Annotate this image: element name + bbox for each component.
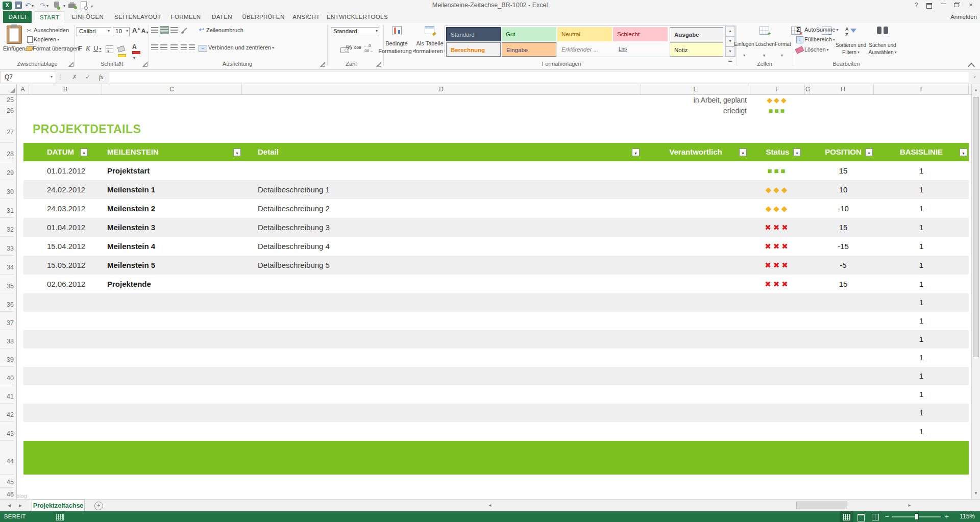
zoom-slider-thumb[interactable] xyxy=(915,513,919,520)
view-page-layout-icon[interactable] xyxy=(854,511,868,522)
cell-datum[interactable]: 24.03.2012 xyxy=(47,199,85,218)
cell-meilenstein[interactable]: Meilenstein 3 xyxy=(107,218,155,237)
redo-icon[interactable]: ↷ xyxy=(40,2,48,10)
timeline-green-band[interactable] xyxy=(23,441,969,475)
legend-label-geplant[interactable]: in Arbeit, geplant xyxy=(641,95,747,105)
row-header[interactable]: 38 xyxy=(0,330,14,349)
style-notiz[interactable]: Notiz xyxy=(670,42,723,57)
filter-button-verantwortlich[interactable] xyxy=(739,148,747,156)
style-berechnung[interactable]: Berechnung xyxy=(446,42,501,57)
filter-button-datum[interactable] xyxy=(80,148,88,156)
zoom-level[interactable]: 115% xyxy=(960,511,975,522)
bold-button[interactable]: F xyxy=(78,44,82,52)
row-header[interactable]: 28 xyxy=(0,143,14,161)
conditional-formatting-button-line2[interactable]: Formatierung xyxy=(376,48,417,54)
row-header[interactable]: 45 xyxy=(0,475,14,488)
increase-decimal-icon[interactable]: ←,0 xyxy=(363,43,371,48)
col-header-a[interactable]: A xyxy=(17,84,29,94)
number-dialog-launcher[interactable] xyxy=(376,62,381,67)
style-standard[interactable]: Standard xyxy=(446,27,501,41)
tab-start[interactable]: START xyxy=(35,11,64,23)
format-cells-button[interactable]: Format xyxy=(775,41,791,47)
header-datum[interactable]: DATUM xyxy=(47,143,74,161)
scroll-down-icon[interactable]: ▼ xyxy=(972,489,980,498)
sheet-tab-projektzeitachse[interactable]: Projektzeitachse xyxy=(32,500,85,511)
horizontal-scrollbar[interactable]: ◄ ► xyxy=(486,501,914,510)
header-verantwortlich[interactable]: Verantwortlich xyxy=(641,143,750,161)
font-dialog-launcher[interactable] xyxy=(142,62,148,67)
tab-formeln[interactable]: FORMELN xyxy=(167,11,204,23)
clipboard-dialog-launcher[interactable] xyxy=(68,62,74,67)
cell-basislinie[interactable]: 1 xyxy=(874,275,969,293)
cell-basislinie[interactable]: 1 xyxy=(874,330,969,349)
cancel-icon[interactable]: ✗ xyxy=(68,71,81,83)
filter-button-meilenstein[interactable] xyxy=(233,148,241,156)
filter-button-status[interactable] xyxy=(793,148,801,156)
macro-record-icon[interactable] xyxy=(56,514,64,520)
copy-button[interactable]: Kopieren xyxy=(34,36,59,42)
namebox-splitter[interactable]: ⋮ xyxy=(57,71,63,83)
legend-icons-geplant[interactable]: ◆◆◆ xyxy=(752,95,803,105)
percent-style-button[interactable]: % xyxy=(346,43,352,51)
row-header[interactable]: 44 xyxy=(0,441,14,475)
style-schlecht[interactable]: Schlecht xyxy=(613,27,668,41)
format-painter-button[interactable]: Format übertragen xyxy=(33,45,79,52)
cell-datum[interactable]: 15.05.2012 xyxy=(47,256,85,275)
style-neutral[interactable]: Neutral xyxy=(557,27,612,41)
cut-button[interactable]: Ausschneiden xyxy=(34,27,69,33)
cell-basislinie[interactable]: 1 xyxy=(874,256,969,275)
col-header-c[interactable]: C xyxy=(102,84,242,94)
legend-label-erledigt[interactable]: erledigt xyxy=(641,105,747,116)
row-header[interactable]: 36 xyxy=(0,293,14,312)
restore-icon[interactable] xyxy=(951,0,962,11)
align-middle-icon[interactable] xyxy=(160,27,168,33)
cell-basislinie[interactable]: 1 xyxy=(874,237,969,256)
row-header[interactable]: 43 xyxy=(0,422,14,441)
format-as-table-button[interactable]: Als Tabelle xyxy=(414,40,445,46)
decrease-decimal-icon[interactable]: ,00→ xyxy=(363,48,373,53)
font-color-icon[interactable]: A xyxy=(132,43,140,61)
header-detail[interactable]: Detail xyxy=(258,143,279,161)
align-left-icon[interactable] xyxy=(151,44,158,50)
number-format-select[interactable]: Standard▾ xyxy=(331,27,379,36)
style-link-partial[interactable]: Link xyxy=(619,42,627,57)
tab-datei[interactable]: DATEI xyxy=(3,11,32,23)
cell-datum[interactable]: 01.04.2012 xyxy=(47,218,85,237)
section-title[interactable]: PROJEKTDETAILS xyxy=(33,122,141,136)
vertical-scrollbar[interactable]: ▲ ▼ xyxy=(971,84,980,499)
font-family-select[interactable]: Calibri▾ xyxy=(77,27,111,36)
col-header-i[interactable]: I xyxy=(874,84,969,94)
cell-position[interactable]: 10 xyxy=(813,180,874,199)
sheet-nav-right-icon[interactable]: ► xyxy=(15,500,26,511)
cell-datum[interactable]: 24.02.2012 xyxy=(47,180,85,199)
filter-button-position[interactable] xyxy=(865,148,873,156)
row-header[interactable]: 25 xyxy=(0,95,14,105)
row-header[interactable]: 31 xyxy=(0,199,14,218)
row-header[interactable]: 33 xyxy=(0,237,14,256)
scroll-left-icon[interactable]: ◄ xyxy=(486,502,494,509)
align-top-icon[interactable] xyxy=(151,27,158,33)
close-icon[interactable]: × xyxy=(966,0,976,11)
decrease-indent-icon[interactable] xyxy=(181,44,187,50)
cell-basislinie[interactable]: 1 xyxy=(874,161,969,180)
style-gut[interactable]: Gut xyxy=(502,27,556,41)
expand-formula-bar-icon[interactable]: ˅ xyxy=(970,71,979,83)
alignment-dialog-launcher[interactable] xyxy=(320,62,325,67)
cell-status[interactable]: ✖✖✖ xyxy=(752,237,803,256)
cell-detail[interactable]: Detailbeschreibung 4 xyxy=(258,237,330,256)
cell-basislinie[interactable]: 1 xyxy=(874,404,969,422)
undo-icon[interactable]: ↶ xyxy=(25,2,34,10)
merge-center-button[interactable]: Verbinden und zentrieren xyxy=(208,44,274,51)
cell-basislinie[interactable]: 1 xyxy=(874,218,969,237)
style-erklaerender[interactable]: Erklärender ... xyxy=(557,42,612,57)
style-eingabe[interactable]: Eingabe xyxy=(502,42,556,57)
cell-status[interactable]: ✖✖✖ xyxy=(752,256,803,275)
cell-position[interactable]: -5 xyxy=(813,256,874,275)
header-basislinie[interactable]: BASISLINIE xyxy=(874,143,969,161)
borders-icon[interactable] xyxy=(106,45,113,53)
tab-seitenlayout[interactable]: SEITENLAYOUT xyxy=(111,11,164,23)
formula-input[interactable] xyxy=(109,71,969,83)
qat-customize-icon[interactable] xyxy=(91,2,93,10)
minimize-icon[interactable] xyxy=(938,0,948,11)
filter-button-basislinie[interactable] xyxy=(960,148,967,156)
